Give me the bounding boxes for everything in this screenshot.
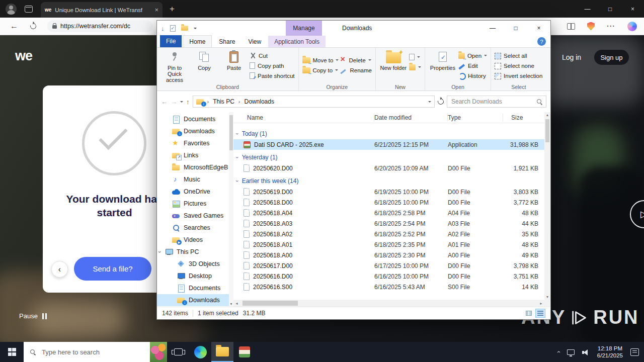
nav-up-icon[interactable]: ↑ (186, 98, 190, 106)
file-row-20250618-a01[interactable]: 20250618.A016/18/2025 2:35 PMA01 File48 … (233, 239, 544, 250)
file-row-20250619-d00[interactable]: 20250619.D006/19/2025 10:00 PMD00 File3,… (233, 187, 544, 197)
taskbar-clock[interactable]: 12:18 PM 6/21/2025 (597, 345, 623, 359)
tab-close-icon[interactable]: × (154, 6, 158, 14)
collapse-chevron-icon[interactable]: › (234, 133, 240, 135)
manage-contextual-tab[interactable]: Manage (286, 21, 322, 36)
new-tab-button[interactable]: + (170, 4, 175, 14)
start-button[interactable] (0, 342, 24, 362)
expand-chevron-icon[interactable]: › (157, 251, 163, 253)
profile-avatar-icon[interactable] (6, 4, 17, 15)
sidebar-item-3d-objects[interactable]: 3D Objects (157, 258, 233, 270)
browser-refresh-icon[interactable] (29, 22, 37, 30)
wetransfer-logo[interactable]: we (15, 48, 32, 64)
explorer-close-button[interactable]: × (527, 21, 550, 36)
action-center-icon[interactable] (630, 348, 639, 356)
search-highlight-image[interactable] (150, 342, 167, 362)
group-header[interactable]: ›Earlier this week (14) (233, 175, 544, 187)
move-to-button[interactable]: Move to (302, 56, 339, 64)
vertical-scrollbar[interactable]: ▲▼ (544, 112, 550, 300)
column-header-date-modified[interactable]: Date modified (374, 114, 448, 122)
help-icon[interactable]: ? (537, 37, 546, 46)
sidebar-item-this-pc[interactable]: ›This PC (157, 246, 233, 258)
copy-button[interactable]: Copy (190, 49, 218, 71)
browser-close-button[interactable]: × (621, 0, 644, 18)
address-dropdown-chevron-icon[interactable] (428, 101, 431, 104)
open-button[interactable]: Open (458, 52, 487, 59)
tab-share[interactable]: Share (213, 36, 241, 47)
carousel-back-button[interactable]: ‹ (51, 261, 68, 278)
send-a-file-button[interactable]: Send a file? (74, 257, 151, 281)
extension-shield-icon[interactable] (587, 22, 595, 31)
browser-maximize-button[interactable]: □ (599, 0, 621, 18)
file-row-20250618-a02[interactable]: 20250618.A026/18/2025 2:52 PMA02 File35 … (233, 229, 544, 239)
qat-customize-chevron-icon[interactable] (194, 28, 197, 31)
path-field[interactable]: › This PC › Downloads (193, 96, 435, 108)
pin-to-quick-access-button[interactable]: Pin to Quick access (160, 49, 189, 83)
sidebar-item-links[interactable]: Links (157, 149, 233, 161)
collapse-chevron-icon[interactable]: › (234, 156, 240, 158)
file-row-20250618-a03[interactable]: 20250618.A036/18/2025 2:54 PMA03 File44 … (233, 218, 544, 229)
tab-home[interactable]: Home (183, 35, 212, 47)
browser-minimize-button[interactable]: — (576, 0, 599, 18)
sidebar-item-searches[interactable]: Searches (157, 222, 233, 234)
horizontal-scrollbar[interactable]: ◄► (233, 300, 544, 307)
column-header-size[interactable]: Size (503, 114, 542, 122)
sidebar-item-onedrive[interactable]: OneDrive (157, 186, 233, 198)
collections-icon[interactable] (567, 23, 575, 30)
network-icon[interactable] (567, 349, 575, 355)
taskbar-edge-button[interactable] (189, 342, 211, 362)
column-header-type[interactable]: Type (448, 114, 503, 122)
breadcrumb-this-pc[interactable]: This PC (211, 98, 236, 105)
sidebar-item-saved-games[interactable]: Saved Games (157, 210, 233, 222)
explorer-minimize-button[interactable]: — (481, 21, 504, 36)
edit-button[interactable]: Edit (458, 62, 487, 69)
collapse-chevron-icon[interactable]: › (234, 180, 240, 182)
nav-back-icon[interactable]: ← (161, 98, 168, 106)
sidebar-item-pictures[interactable]: Pictures (157, 198, 233, 210)
qat-new-folder-icon[interactable] (181, 26, 188, 31)
rename-button[interactable]: Rename (340, 66, 371, 74)
browser-back-icon[interactable]: ← (10, 22, 18, 31)
file-row-20250620-d00[interactable]: 20250620.D006/20/2025 10:09 AMD00 File1,… (233, 163, 544, 173)
breadcrumb-downloads[interactable]: Downloads (243, 98, 276, 105)
invert-selection-button[interactable]: Invert selection (495, 72, 542, 79)
taskbar-explorer-button[interactable] (211, 342, 233, 362)
search-icon[interactable] (536, 99, 543, 105)
file-row-20250618-d00[interactable]: 20250618.D006/18/2025 10:00 PMD00 File3,… (233, 197, 544, 208)
column-header-name[interactable]: Name (237, 114, 374, 122)
browser-tab[interactable]: we Unique Download Link | WeTransf × (41, 2, 163, 18)
tab-view[interactable]: View (242, 36, 267, 47)
refresh-icon[interactable] (437, 98, 445, 106)
sidebar-scrollbar[interactable]: ▼ (229, 112, 233, 307)
pause-background-button[interactable]: Pause (19, 312, 47, 320)
details-view-button[interactable] (535, 309, 545, 318)
file-row-20250616-d00[interactable]: 20250616.D006/16/2025 10:00 PMD00 File3,… (233, 271, 544, 282)
history-button[interactable]: History (458, 72, 487, 79)
new-item-button[interactable] (409, 53, 421, 61)
sidebar-item-documents[interactable]: Documents (157, 113, 233, 125)
login-link[interactable]: Log in (562, 53, 581, 61)
search-input[interactable] (450, 98, 534, 106)
taskbar-search-input[interactable] (41, 348, 145, 356)
thumbnail-view-button[interactable] (524, 309, 534, 318)
copy-to-button[interactable]: Copy to (302, 66, 339, 74)
address-bar[interactable]: https://wetransfer.com/dc (47, 20, 153, 32)
signup-button[interactable]: Sign up (594, 50, 629, 65)
copilot-icon[interactable] (627, 22, 637, 31)
sidebar-item-microsoftedgeb[interactable]: MicrosoftEdgeB (157, 161, 233, 173)
tab-file[interactable]: File (160, 35, 182, 47)
nav-history-chevron-icon[interactable] (180, 101, 183, 104)
workspace-icon[interactable] (25, 6, 33, 13)
explorer-maximize-button[interactable]: □ (504, 21, 527, 36)
explorer-titlebar[interactable]: ↓ Manage Downloads — □ × (157, 21, 550, 36)
file-row-20250616-s00[interactable]: 20250616.S006/16/2025 5:43 AMS00 File14 … (233, 282, 544, 292)
sidebar-item-desktop[interactable]: Desktop (157, 270, 233, 282)
sidebar-item-documents[interactable]: Documents (157, 282, 233, 294)
file-row-20250617-d00[interactable]: 20250617.D006/17/2025 10:00 PMD00 File3,… (233, 260, 544, 271)
select-all-button[interactable]: Select all (495, 52, 542, 59)
sidebar-item-downloads[interactable]: Downloads (157, 294, 233, 306)
new-folder-button[interactable]: New folder (379, 49, 408, 71)
nav-forward-icon[interactable]: → (171, 98, 177, 106)
group-header[interactable]: ›Today (1) (233, 128, 544, 139)
sidebar-item-videos[interactable]: Videos (157, 234, 233, 246)
